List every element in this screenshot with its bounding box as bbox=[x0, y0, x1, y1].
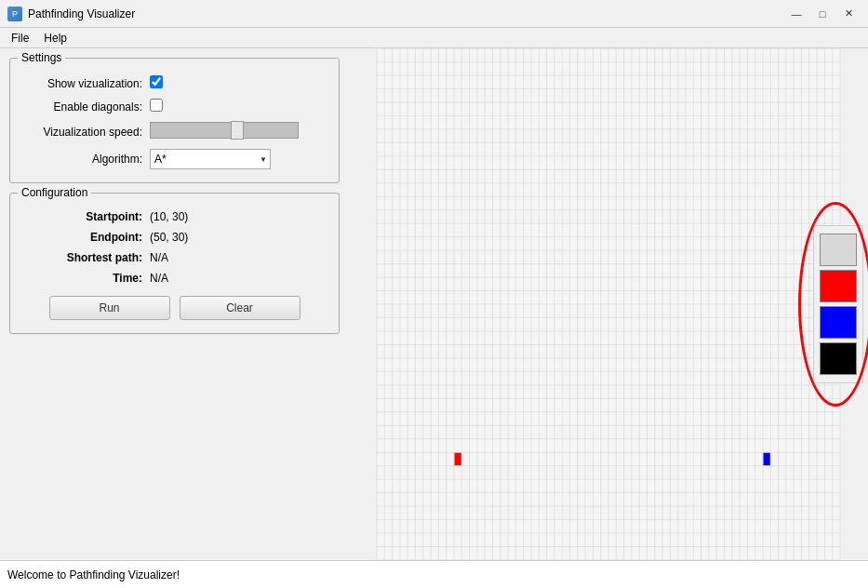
time-label: Time: bbox=[21, 272, 142, 285]
svg-rect-101 bbox=[455, 453, 461, 465]
show-viz-row: Show vizualization: bbox=[21, 75, 327, 91]
enable-diag-checkbox[interactable] bbox=[150, 99, 163, 112]
enable-diag-row: Enable diagonals: bbox=[21, 99, 327, 114]
window-controls: — □ ✕ bbox=[784, 5, 861, 23]
status-bar: Welcome to Pathfinding Vizualizer! bbox=[0, 560, 868, 588]
viz-speed-label: Vizualization speed: bbox=[21, 126, 142, 139]
shortest-path-value: N/A bbox=[150, 251, 168, 264]
grid-area[interactable] bbox=[349, 48, 868, 560]
show-viz-label: Show vizualization: bbox=[21, 77, 142, 90]
time-row: Time: N/A bbox=[21, 272, 327, 285]
viz-speed-slider[interactable] bbox=[150, 122, 299, 139]
shortest-path-label: Shortest path: bbox=[21, 251, 142, 264]
color-palette bbox=[813, 225, 863, 383]
menu-bar: File Help bbox=[0, 28, 868, 48]
svg-rect-102 bbox=[764, 453, 770, 465]
viz-speed-control bbox=[150, 122, 327, 141]
show-viz-checkbox[interactable] bbox=[150, 75, 163, 88]
grid-svg bbox=[349, 48, 868, 560]
algorithm-row: Algorithm: A* Dijkstra BFS DFS bbox=[21, 149, 327, 169]
startpoint-label: Startpoint: bbox=[21, 210, 142, 223]
time-value: N/A bbox=[150, 272, 168, 285]
show-viz-control bbox=[150, 75, 327, 91]
run-button[interactable]: Run bbox=[49, 296, 170, 320]
endpoint-value: (50, 30) bbox=[150, 231, 188, 244]
left-panel: Settings Show vizualization: Enable diag… bbox=[0, 48, 349, 560]
maximize-button[interactable]: □ bbox=[810, 5, 835, 23]
startpoint-row: Startpoint: (10, 30) bbox=[21, 210, 327, 223]
startpoint-value: (10, 30) bbox=[150, 210, 188, 223]
color-swatch-wall[interactable] bbox=[820, 342, 857, 375]
enable-diag-control bbox=[150, 99, 327, 114]
main-content: Settings Show vizualization: Enable diag… bbox=[0, 48, 868, 560]
settings-panel: Settings Show vizualization: Enable diag… bbox=[9, 58, 340, 183]
configuration-title: Configuration bbox=[18, 186, 91, 199]
shortest-path-row: Shortest path: N/A bbox=[21, 251, 327, 264]
enable-diag-label: Enable diagonals: bbox=[21, 100, 142, 114]
status-message: Welcome to Pathfinding Vizualizer! bbox=[7, 568, 180, 581]
close-button[interactable]: ✕ bbox=[836, 5, 861, 23]
menu-help[interactable]: Help bbox=[36, 30, 74, 47]
algorithm-select-wrapper: A* Dijkstra BFS DFS bbox=[150, 149, 271, 169]
endpoint-label: Endpoint: bbox=[21, 231, 142, 244]
algorithm-control: A* Dijkstra BFS DFS bbox=[150, 149, 327, 169]
algorithm-select[interactable]: A* Dijkstra BFS DFS bbox=[150, 149, 271, 169]
menu-file[interactable]: File bbox=[4, 30, 36, 47]
title-bar-text: Pathfinding Visualizer bbox=[28, 7, 784, 20]
app-icon: P bbox=[7, 7, 22, 21]
color-swatch-start[interactable] bbox=[820, 270, 857, 302]
color-swatch-empty[interactable] bbox=[820, 234, 857, 266]
clear-button[interactable]: Clear bbox=[180, 296, 300, 320]
configuration-panel: Configuration Startpoint: (10, 30) Endpo… bbox=[9, 193, 340, 334]
endpoint-row: Endpoint: (50, 30) bbox=[21, 231, 327, 244]
title-bar: P Pathfinding Visualizer — □ ✕ bbox=[0, 0, 868, 28]
viz-speed-row: Vizualization speed: bbox=[21, 122, 327, 141]
color-swatch-end[interactable] bbox=[820, 306, 857, 339]
algorithm-label: Algorithm: bbox=[21, 153, 142, 166]
settings-title: Settings bbox=[18, 51, 65, 64]
minimize-button[interactable]: — bbox=[784, 5, 808, 23]
action-buttons: Run Clear bbox=[21, 296, 327, 320]
